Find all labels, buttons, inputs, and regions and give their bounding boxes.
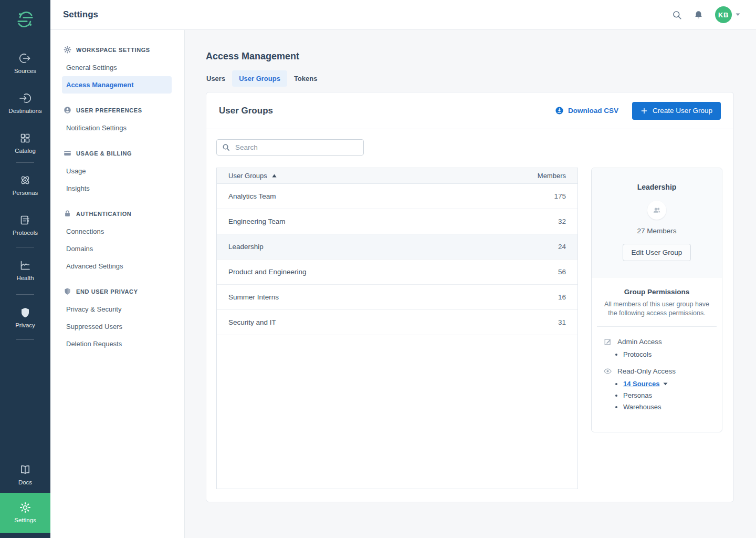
sidebar-item-notification-settings[interactable]: Notification Settings <box>62 119 172 137</box>
chevron-down-icon <box>736 13 740 16</box>
sidebar-item-suppressed-users[interactable]: Suppressed Users <box>62 318 172 335</box>
edit-user-group-button[interactable]: Edit User Group <box>623 244 691 261</box>
table-row[interactable]: Engineering Team 32 <box>217 209 578 234</box>
sidebar-item-insights[interactable]: Insights <box>62 180 172 197</box>
primary-nav-label: Health <box>16 275 34 281</box>
notifications-bell-icon[interactable] <box>694 10 704 20</box>
tab-tokens[interactable]: Tokens <box>287 70 324 87</box>
group-members: 175 <box>554 192 566 200</box>
nav-section-end-user-privacy: END USER PRIVACY Privacy & Security Supp… <box>50 282 184 353</box>
panel-summary: Leadership <box>592 168 722 277</box>
group-name: Security and IT <box>228 318 276 326</box>
admin-access-label: Admin Access <box>617 338 662 346</box>
primary-nav-protocols[interactable]: Protocols <box>0 214 50 236</box>
shield-icon <box>64 287 71 295</box>
app-root: Sources Destinations Catalog Personas <box>0 0 756 538</box>
table-row[interactable]: Product and Engineering 56 <box>217 260 578 285</box>
table-row-selected[interactable]: Leadership 24 <box>217 234 578 260</box>
docs-book-icon <box>19 463 32 476</box>
card-header: User Groups Download CSV <box>206 92 733 129</box>
tab-users[interactable]: Users <box>200 70 232 87</box>
permissions-title: Group Permissions <box>592 288 722 296</box>
section-header: END USER PRIVACY <box>50 282 184 301</box>
primary-nav-docs[interactable]: Docs <box>0 463 50 485</box>
user-groups-table: User Groups Members Analytics Team <box>216 168 578 489</box>
create-user-group-label: Create User Group <box>653 107 712 115</box>
sidebar-item-usage[interactable]: Usage <box>62 162 172 180</box>
group-name: Summer Interns <box>228 293 279 301</box>
user-menu[interactable]: KB <box>715 6 740 23</box>
card-actions: Download CSV Create User Group <box>555 102 721 120</box>
sidebar-item-general-settings[interactable]: General Settings <box>62 59 172 76</box>
primary-nav-label: Privacy <box>15 322 35 328</box>
column-header-user-groups[interactable]: User Groups <box>228 172 277 180</box>
settings-gear-icon <box>19 501 32 514</box>
permission-item: Protocols <box>623 350 722 358</box>
primary-nav-personas[interactable]: Personas <box>0 174 50 196</box>
permission-item: Warehouses <box>623 403 722 411</box>
sidebar-item-connections[interactable]: Connections <box>62 223 172 240</box>
primary-nav-catalog[interactable]: Catalog <box>0 132 50 154</box>
group-permissions: Group Permissions All members of this us… <box>592 277 722 432</box>
group-members: 32 <box>558 218 566 225</box>
permissions-description: All members of this user group have the … <box>601 300 712 317</box>
header-actions: KB <box>672 6 740 23</box>
avatar[interactable]: KB <box>715 6 732 23</box>
group-members: 16 <box>558 293 566 301</box>
read-only-access-header: Read-Only Access <box>592 367 722 376</box>
sources-count-link[interactable]: 14 Sources <box>623 380 668 388</box>
download-icon <box>555 106 564 115</box>
primary-nav-label: Personas <box>13 190 38 196</box>
section-title: END USER PRIVACY <box>76 288 138 295</box>
search-input[interactable] <box>234 143 358 152</box>
primary-nav-sources[interactable]: Sources <box>0 52 50 74</box>
sidebar-item-deletion-requests[interactable]: Deletion Requests <box>62 335 172 353</box>
gear-icon <box>64 46 71 54</box>
tab-bar: Users User Groups Tokens <box>200 70 734 87</box>
table-row[interactable]: Summer Interns 16 <box>217 285 578 310</box>
people-icon <box>652 205 662 215</box>
eye-icon <box>603 367 612 376</box>
card-body: User Groups Members Analytics Team <box>206 129 733 499</box>
primary-nav-destinations[interactable]: Destinations <box>0 92 50 114</box>
primary-nav-health[interactable]: Health <box>0 259 50 281</box>
table-header-row: User Groups Members <box>217 168 578 184</box>
sources-count-label: 14 Sources <box>623 380 659 388</box>
page-title: Access Management <box>206 51 734 62</box>
search-icon[interactable] <box>672 10 682 20</box>
download-csv-label: Download CSV <box>568 107 618 115</box>
admin-access-list: Protocols <box>592 350 722 358</box>
tab-user-groups[interactable]: User Groups <box>232 70 287 87</box>
create-user-group-button[interactable]: Create User Group <box>632 102 721 120</box>
table-row[interactable]: Security and IT 31 <box>217 310 578 335</box>
sidebar-item-privacy-security[interactable]: Privacy & Security <box>62 301 172 318</box>
read-only-access-label: Read-Only Access <box>617 367 676 375</box>
group-name: Leadership <box>228 243 264 251</box>
read-only-access-list: 14 Sources Personas Warehouses <box>592 380 722 411</box>
section-header: WORKSPACE SETTINGS <box>50 40 184 59</box>
download-csv-link[interactable]: Download CSV <box>555 106 618 115</box>
primary-nav-label: Docs <box>18 479 32 485</box>
sidebar-item-access-management[interactable]: Access Management <box>62 76 172 94</box>
nav-divider <box>16 162 34 163</box>
primary-nav-settings[interactable]: Settings <box>0 493 50 533</box>
user-icon <box>64 106 71 114</box>
sources-icon <box>19 52 32 65</box>
group-avatar <box>647 201 666 220</box>
primary-nav-label: Sources <box>14 68 36 74</box>
segment-logo-icon[interactable] <box>15 9 35 32</box>
protocols-icon <box>19 214 32 226</box>
lock-icon <box>64 210 71 218</box>
divider <box>597 326 717 327</box>
sidebar-item-advanced-settings[interactable]: Advanced Settings <box>62 257 172 275</box>
group-name: Analytics Team <box>228 192 276 200</box>
catalog-icon <box>19 132 32 144</box>
permission-item: Personas <box>623 391 722 399</box>
primary-nav-privacy[interactable]: Privacy <box>0 306 50 328</box>
personas-icon <box>19 174 32 187</box>
primary-nav-label: Settings <box>14 517 36 523</box>
primary-nav-label: Protocols <box>13 230 38 236</box>
plus-icon <box>640 107 648 115</box>
table-row[interactable]: Analytics Team 175 <box>217 184 578 209</box>
sidebar-item-domains[interactable]: Domains <box>62 240 172 257</box>
